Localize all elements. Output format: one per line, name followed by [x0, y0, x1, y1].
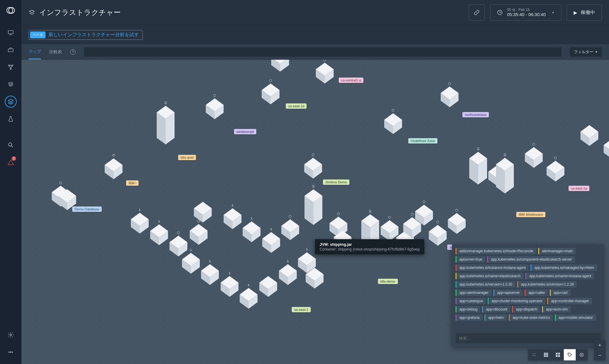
tag-chip[interactable]: app.kubernetes.io/name=elasticsearch — [456, 273, 524, 279]
zone-label[interactable]: IBM i — [126, 180, 139, 186]
map-node[interactable]: ☰ — [157, 106, 175, 144]
map-node[interactable]: λ — [182, 253, 200, 274]
view-grid-small-button[interactable] — [540, 349, 552, 360]
view-grid-large-button[interactable] — [552, 349, 564, 360]
zoom-out-button[interactable]: − — [594, 350, 605, 360]
beta-banner[interactable]: ベータ 新しいインフラストラクチャー分析を試す — [29, 30, 143, 40]
map-node[interactable] — [194, 202, 212, 223]
map-node[interactable]: ⬡ — [262, 83, 280, 104]
map-node[interactable]: ⬡ — [384, 113, 402, 134]
tag-chip[interactable]: app=kube-state-metrics — [509, 314, 553, 321]
map-node[interactable]: ☰ — [469, 152, 487, 185]
map-node[interactable]: λ — [201, 264, 219, 285]
tab-table[interactable]: 比較表 — [49, 45, 62, 59]
tag-chip[interactable]: app.kubernetes.io/instance=instana-agent — [456, 264, 529, 271]
nav-websites[interactable] — [5, 27, 17, 39]
map-node[interactable]: ⬡ — [306, 268, 324, 289]
search-input[interactable] — [84, 47, 561, 57]
live-button[interactable]: ▶ 稼働中 — [567, 4, 602, 21]
logo-icon[interactable] — [7, 6, 15, 14]
map-node[interactable]: λ — [150, 224, 168, 245]
map-node[interactable]: λ — [243, 221, 260, 242]
map-node[interactable]: ⬡ — [281, 219, 299, 240]
nav-search[interactable] — [5, 139, 17, 151]
map-node[interactable]: ⬡ — [525, 147, 543, 168]
map-node[interactable] — [58, 189, 76, 210]
map-node[interactable]: ⬡ — [190, 224, 208, 245]
map-node[interactable]: ⬡ — [429, 225, 447, 246]
view-dots-button[interactable]: ∷ — [528, 349, 540, 360]
map-node[interactable] — [580, 125, 598, 146]
zone-label[interactable]: IBM Middleware — [516, 212, 545, 217]
zone-label[interactable]: us-central1-a — [339, 78, 363, 83]
map-node[interactable]: ⬡ — [381, 220, 398, 241]
tag-chip[interactable]: alertmanager=main — [538, 248, 576, 254]
tag-chip[interactable]: app=cluster-monitoring-operator — [488, 298, 545, 304]
nav-applications[interactable] — [5, 44, 17, 56]
help-icon[interactable]: ? — [70, 49, 76, 55]
map-node[interactable]: ⬡ — [604, 138, 609, 159]
tag-chip[interactable]: app=catalogue — [456, 298, 486, 304]
nav-more[interactable] — [5, 346, 17, 358]
zone-label[interactable]: k8s-demo — [378, 279, 398, 284]
share-link-button[interactable] — [469, 4, 485, 21]
tag-chip[interactable]: app=helm — [484, 314, 507, 321]
zoom-in-button[interactable]: + — [594, 340, 605, 350]
tag-chip[interactable]: app=alertmanager — [456, 289, 492, 296]
tag-chip[interactable]: app.kubernetes.io/name=instana-agent — [525, 273, 594, 279]
zone-label[interactable]: us-east-1 — [292, 307, 311, 312]
map-node[interactable]: ⏱ — [105, 158, 123, 179]
map-node[interactable]: λ — [221, 276, 238, 297]
tab-map[interactable]: マップ — [29, 45, 41, 59]
zone-label[interactable]: us-east-1a — [569, 186, 589, 191]
nav-platforms[interactable] — [5, 61, 17, 73]
tag-chip[interactable]: app=grafana — [456, 314, 483, 321]
map-node[interactable]: ☰ — [304, 189, 322, 225]
map-node[interactable]: λ — [279, 264, 297, 285]
map-node[interactable]: ⬡ — [316, 63, 334, 83]
map-node[interactable]: ⬡ — [547, 161, 564, 182]
tag-chip[interactable]: app=caller — [525, 289, 548, 296]
zone-label[interactable]: Jenkins Demo — [323, 179, 349, 185]
tag-chip[interactable]: apiserver=true — [456, 256, 485, 263]
tag-chip[interactable]: app=cart — [550, 289, 571, 296]
map-node[interactable]: ☰ — [496, 158, 514, 193]
tag-chip[interactable]: app.kubernetes.io/managed-by=Helm — [530, 264, 597, 271]
tag-chip[interactable]: app=dispatch — [512, 306, 540, 313]
tag-chip[interactable]: app.kubernetes.io/version=1.2.28 — [517, 281, 577, 288]
zone-label[interactable]: westeurope — [234, 129, 256, 134]
nav-infrastructure[interactable] — [5, 96, 17, 108]
tag-chip[interactable]: app=apiserver — [493, 289, 523, 296]
tag-chip[interactable]: app.kubernetes.io/version=1.0.30 — [456, 281, 515, 288]
tag-chip[interactable]: app=mobile-simulator — [555, 314, 596, 321]
filter-button[interactable]: フィルター▼ — [570, 47, 602, 57]
map-node[interactable]: ⬡ — [448, 213, 466, 234]
map-node[interactable]: ⬡ — [304, 158, 322, 179]
zone-label[interactable]: us-east-1d — [286, 103, 307, 109]
zone-label[interactable]: Demo Database — [72, 207, 102, 212]
map-node[interactable]: λ — [131, 213, 149, 234]
zone-label[interactable]: k8s-qotd — [178, 155, 196, 160]
tag-chip[interactable]: app=debug — [456, 306, 480, 313]
nav-kubernetes[interactable] — [5, 78, 17, 90]
tag-list[interactable]: addonmanager.kubernetes.io/mode=Reconcil… — [456, 248, 601, 330]
nav-events[interactable]: 2 — [5, 156, 17, 168]
view-tag-button[interactable] — [564, 349, 576, 360]
tag-chip[interactable]: app.kubernetes.io/component=elasticsearc… — [487, 256, 575, 263]
zone-label[interactable]: northcentralus — [462, 112, 489, 117]
tag-chip[interactable]: addonmanager.kubernetes.io/mode=Reconcil… — [456, 248, 536, 254]
map-node[interactable] — [271, 60, 289, 72]
map-node[interactable]: λ — [240, 288, 258, 309]
tag-chip[interactable]: app=discount — [482, 306, 510, 313]
view-target-button[interactable] — [576, 349, 588, 360]
tag-chip[interactable]: app=controller-manager — [547, 298, 592, 304]
nav-analytics[interactable] — [5, 113, 17, 125]
tag-chip[interactable]: app=eum-sim — [542, 306, 571, 313]
map-node[interactable]: ⬡ — [206, 98, 224, 119]
map-node[interactable]: ⬡ — [415, 205, 433, 226]
map-node[interactable]: ⬡ — [441, 86, 459, 107]
map-node[interactable]: λ — [224, 208, 241, 229]
nav-settings[interactable] — [5, 329, 17, 341]
map-node[interactable]: λ — [262, 232, 280, 253]
map-canvas[interactable]: us-central1-aus-east-1dwesteuropenorthce… — [21, 60, 609, 364]
